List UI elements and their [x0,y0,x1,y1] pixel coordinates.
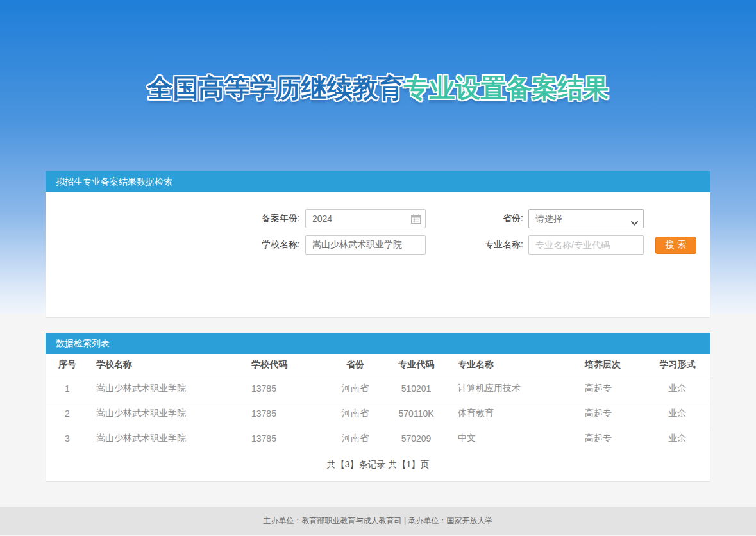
cell-school-name: 嵩山少林武术职业学院 [88,376,241,401]
cell-school-code: 13785 [241,426,324,451]
page-title-part-green: 专业设置备案结果 [404,74,609,102]
study-form-link[interactable]: 业余 [669,433,687,443]
result-table: 序号 学校名称 学校代码 省份 专业代码 专业名称 培养层次 学习形式 1 嵩山… [46,354,711,451]
page-header-banner: 全国高等学历继续教育专业设置备案结果 拟招生专业备案结果数据检索 备案年份: [0,0,756,314]
page-title-part-blue: 全国高等学历继续教育 [147,74,404,102]
cell-level: 高起专 [572,426,644,451]
col-header-level: 培养层次 [572,354,644,376]
major-label: 专业名称: [467,239,528,251]
result-list-panel: 数据检索列表 序号 学校名称 学校代码 省份 专业代码 专业名称 培养层次 学习… [46,333,710,482]
page-title: 全国高等学历继续教育专业设置备案结果 [0,0,756,106]
study-form-link[interactable]: 业余 [669,408,687,418]
search-form-row-1: 备案年份: 省份: [46,209,710,228]
study-form-link[interactable]: 业余 [669,383,687,393]
cell-index: 2 [46,401,88,426]
col-header-school-code: 学校代码 [241,354,324,376]
cell-province: 河南省 [324,401,386,426]
result-list-header: 数据检索列表 [46,333,710,354]
table-row: 2 嵩山少林武术职业学院 13785 河南省 570110K 体育教育 高起专 … [46,401,711,426]
table-header-row: 序号 学校名称 学校代码 省份 专业代码 专业名称 培养层次 学习形式 [46,354,711,376]
cell-major-code: 570110K [386,401,446,426]
cell-province: 河南省 [324,426,386,451]
search-panel: 拟招生专业备案结果数据检索 备案年份: [46,171,710,318]
school-label: 学校名称: [235,239,305,251]
pagination-summary: 共【3】条记录 共【1】页 [46,451,710,481]
major-input-wrap [528,235,644,255]
province-select-wrap: 请选择 [528,209,644,228]
cell-major-name: 体育教育 [446,401,572,426]
col-header-major-name: 专业名称 [446,354,572,376]
cell-index: 1 [46,376,88,401]
col-header-province: 省份 [324,354,386,376]
cell-major-name: 中文 [446,426,572,451]
year-label: 备案年份: [235,213,305,224]
page-footer: 主办单位：教育部职业教育与成人教育司 | 承办单位：国家开放大学 [0,507,756,535]
search-form-row-2: 学校名称: 专业名称: 搜 索 [46,235,710,255]
cell-school-name: 嵩山少林武术职业学院 [88,401,241,426]
cell-major-code: 510201 [386,376,446,401]
cell-school-code: 13785 [241,401,324,426]
year-input[interactable] [305,209,426,228]
year-input-wrap [305,209,426,228]
cell-index: 3 [46,426,88,451]
province-select[interactable]: 请选择 [528,209,644,228]
cell-school-name: 嵩山少林武术职业学院 [88,426,241,451]
table-row: 1 嵩山少林武术职业学院 13785 河南省 510201 计算机应用技术 高起… [46,376,711,401]
result-list-body: 序号 学校名称 学校代码 省份 专业代码 专业名称 培养层次 学习形式 1 嵩山… [46,354,710,482]
cell-level: 高起专 [572,401,644,426]
search-panel-body: 备案年份: 省份: [46,192,710,318]
major-name-input[interactable] [528,235,644,255]
col-header-index: 序号 [46,354,88,376]
cell-major-name: 计算机应用技术 [446,376,572,401]
table-row: 3 嵩山少林武术职业学院 13785 河南省 570209 中文 高起专 业余 [46,426,711,451]
search-panel-header: 拟招生专业备案结果数据检索 [46,171,710,192]
cell-province: 河南省 [324,376,386,401]
col-header-major-code: 专业代码 [386,354,446,376]
search-button[interactable]: 搜 索 [655,237,696,254]
school-input-wrap [305,235,426,255]
school-name-input[interactable] [305,235,426,255]
cell-school-code: 13785 [241,376,324,401]
province-label: 省份: [467,213,528,224]
col-header-school-name: 学校名称 [88,354,241,376]
cell-level: 高起专 [572,376,644,401]
cell-major-code: 570209 [386,426,446,451]
col-header-study-form: 学习形式 [644,354,711,376]
